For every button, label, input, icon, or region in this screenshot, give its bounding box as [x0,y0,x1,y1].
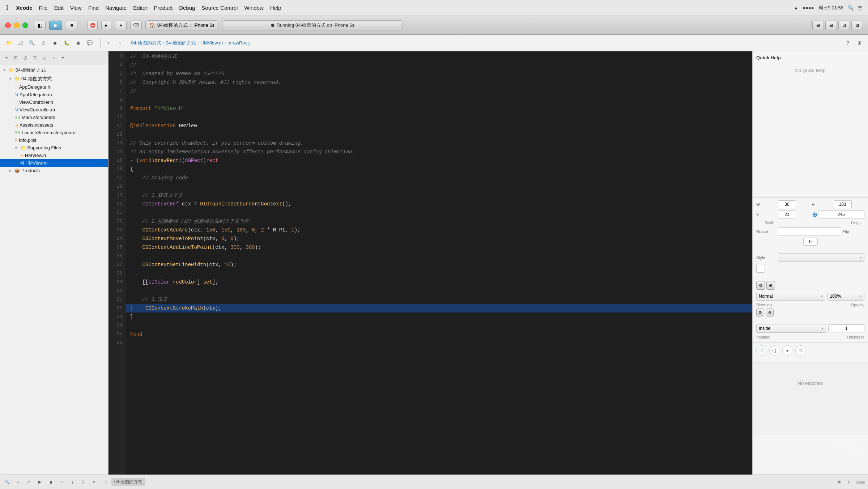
code-line-11[interactable]: @implementation HMView [126,122,752,130]
code-line-10[interactable] [126,113,752,122]
tree-item-supporting-files[interactable]: ▼ 📁 Supporting Files [0,144,108,152]
thickness-input[interactable] [828,324,864,332]
height-input[interactable] [834,200,852,208]
thread-btn[interactable]: ≡ [90,478,98,486]
stepout-btn[interactable]: ⤴ [79,478,88,486]
nav-filter-btn[interactable]: ⊞ [12,54,20,62]
code-line-12[interactable] [126,130,752,139]
breadcrumb-part1[interactable]: 04-绘图的方式 [131,40,161,46]
log-nav-btn[interactable]: 💬 [85,38,95,48]
menubar-view[interactable]: View [70,5,82,11]
apple-menu-icon[interactable]:  [6,4,8,12]
back-btn[interactable]: ‹ [103,38,114,48]
move-btn[interactable]: ≡ [115,21,127,30]
plus-icon-btn[interactable]: ⊕ [766,309,774,316]
color-swatch-btn[interactable] [756,264,765,273]
search-bottom-btn[interactable]: 🔍 [3,478,12,486]
position-dropdown[interactable]: Inside ▾ [756,324,826,333]
gear2-icon-btn[interactable]: ⊕ [766,281,775,290]
code-line-5[interactable]: // Created by Romeo on 15/12/5. [126,69,752,78]
code-line-4[interactable]: // [126,61,752,69]
code-line-35[interactable]: @end [126,330,752,339]
code-line-33[interactable]: } [126,312,752,321]
code-editor[interactable]: 3 4 5 6 7 8 9 10 11 12 13 14 15 16 17 18 [109,51,752,475]
debug-nav-btn[interactable]: 🐛 [61,38,72,48]
code-line-15[interactable]: - (void)drawRect:(CGRect)rect [126,156,752,165]
menubar-editor[interactable]: Editor [133,5,147,11]
tree-item-appdelegate-m[interactable]: M AppDelegate.m [0,91,108,98]
code-line-25[interactable]: CGContextAddLineToPoint(ctx, 300, 300); [126,243,752,252]
code-line-28[interactable] [126,269,752,278]
tree-item-subfolder[interactable]: ▼ 📁 04-绘图的方式 [0,75,108,83]
assistant-button[interactable]: ⊡ [838,21,850,30]
issues-btn[interactable]: ⚠ [25,478,33,486]
square-icon-btn[interactable]: □ [795,345,805,356]
tree-item-main-storyboard[interactable]: SB Main.storyboard [0,114,108,121]
code-line-19[interactable]: // 1.获取上下文 [126,191,752,200]
menubar-file[interactable]: File [39,5,48,11]
code-line-32[interactable]: | CGContextStrokePath(ctx); [126,304,752,312]
code-line-23[interactable]: CGContextAddArc(ctx, 150, 150, 100, 0, 2… [126,226,752,234]
stepover-btn[interactable]: ⤻ [57,478,66,486]
breadcrumb-part4[interactable]: -drawRect: [227,40,250,46]
quick-help-btn[interactable]: ? [843,38,853,48]
menubar-product[interactable]: Product [154,5,173,11]
code-line-26[interactable] [126,252,752,260]
menubar-source-control[interactable]: Source Control [201,5,238,11]
code-line-36[interactable] [126,339,752,347]
scheme-selector[interactable]: 🏠 04-绘图的方式 › iPhone 6s [145,20,218,30]
inspector-bottom-btn[interactable]: ⊟ [846,478,854,486]
menubar-navigate[interactable]: Navigate [105,5,127,11]
menubar-help[interactable]: Help [270,5,281,11]
code-content[interactable]: // 04-绘图的方式 // // Created by Romeo on 15… [126,51,752,475]
code-line-22[interactable]: // 2.拼接路径 同时 把路径添加到上下文当中 [126,217,752,226]
menubar-window[interactable]: Window [244,5,263,11]
tree-item-appdelegate-h[interactable]: H AppDelegate.h [0,83,108,91]
play-btn[interactable]: ▶ [35,478,44,486]
pause-btn[interactable]: ⏸ [46,478,55,486]
breakpoint-nav-btn[interactable]: ◉ [73,38,83,48]
tree-item-viewcontroller-h[interactable]: H ViewController.h [0,98,108,106]
rotate-value-input[interactable] [803,238,818,246]
memory-btn[interactable]: ⊞ [101,478,109,486]
menubar-wifi-icon[interactable]: ▲ [793,5,798,10]
tree-item-viewcontroller-m[interactable]: M ViewController.m [0,106,108,114]
tree-item-hmview-h[interactable]: H HMView.h [0,152,108,159]
gear-icon-btn[interactable]: ⚙ [756,281,765,290]
folder-icon-btn[interactable]: 📁 [4,38,14,48]
vcs-icon-btn[interactable]: ⎇ [15,38,25,48]
tree-item-hmview-m[interactable]: M HMView.m [0,159,108,167]
doc-icon-btn[interactable]: 📄 [756,345,766,356]
inspector-toggle-button[interactable]: ⊞ [812,21,824,30]
add-bottom-btn[interactable]: + [14,478,22,486]
menubar-notification-icon[interactable]: ☰ [858,5,862,10]
forward-btn[interactable]: › [115,38,125,48]
code-line-8[interactable] [126,95,752,104]
code-line-14[interactable]: // An empty implementation adversely aff… [126,148,752,156]
code-line-27[interactable]: CGContextSetLineWidth(ctx, 10); [126,260,752,269]
gear3-icon-btn[interactable]: ⚙ [756,309,764,316]
search-nav-btn[interactable]: 🔍 [27,38,37,48]
nav-recent-btn[interactable]: ◷ [21,54,30,62]
menubar-xcode[interactable]: Xcode [16,5,33,11]
breadcrumb-part2[interactable]: 04-绘图的方式 [166,40,196,46]
layout-toggle-button[interactable]: ⊟ [825,21,837,30]
show-inspector-btn[interactable]: ⊞ [854,38,864,48]
menubar-debug[interactable]: Debug [179,5,195,11]
code-line-6[interactable]: // Copyright © 2015年 heima. All rights r… [126,78,752,87]
nav-sort-btn[interactable]: ≡ [49,54,58,62]
breakpoint-button[interactable]: ⛔ [88,21,98,30]
run-button[interactable]: ▶ [49,21,62,30]
circle-icon-btn[interactable]: ● [782,345,792,356]
stepin-btn[interactable]: ⤵ [68,478,77,486]
tree-item-info-plist[interactable]: P Info.plist [0,136,108,144]
nav-expand-btn[interactable]: ▽ [30,54,39,62]
code-line-7[interactable]: // [126,87,752,95]
code-line-34[interactable] [126,321,752,330]
opacity-dropdown[interactable]: 100% ▾ [827,292,864,301]
breadcrumb-part3[interactable]: HMView.m [200,40,223,46]
style-dropdown[interactable]: ▾ [778,253,864,262]
maximize-window-button[interactable] [22,22,28,28]
rotate-input[interactable] [778,228,841,235]
code-line-29[interactable]: [[UIColor redColor] set]; [126,278,752,286]
